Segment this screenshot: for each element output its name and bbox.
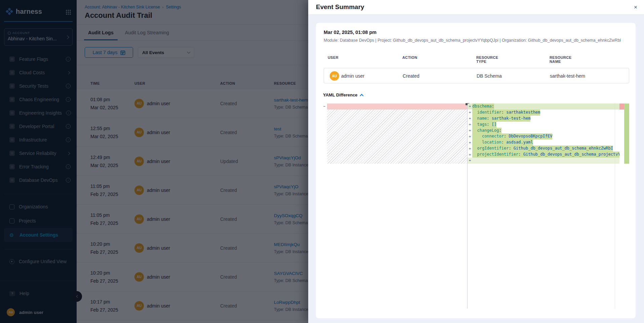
yaml-key: location [482,140,501,145]
diff-removed-line [327,104,467,110]
diff-line: + changeLog: [468,128,619,134]
column-header: ACTION [402,55,417,59]
yaml-key: changeLog [477,128,499,133]
diff-line: + name: sarthak-test-hem [468,116,619,122]
event-summary-drawer: Event Summary × Mar 02, 2025, 01:08 pm M… [308,0,644,323]
diff-code: name: sarthak-test-hem [472,116,530,122]
diff-line: + projectIdentifier: Github_db_devops_au… [468,152,619,158]
diff-line: + connector: DbDevopsoBKpcpIfEV [468,133,619,139]
screen: harness ACCOUNT Abhinav - Kitchen Sin...… [0,0,644,323]
diff-empty-region [327,110,467,164]
diff-line: + orgIdentifier: Github_db_devops_aut_db… [468,146,619,152]
diff-code: tags: [] [472,122,496,128]
event-table-row: AU admin user Created DB Schema sarthak-… [324,68,629,83]
event-resource-name: sarthak-test-hem [550,68,585,84]
diff-line: + [468,158,619,164]
column-header: RESOURCE NAME [550,55,572,64]
diff-code: connector: DbDevopsoBKpcpIfEV [472,133,552,139]
yaml-key: projectIdentifier [477,152,518,157]
plus-sign: + [468,147,472,151]
diff-line: + tags: [] [468,122,619,128]
avatar: AU [330,71,339,81]
plus-sign: + [468,110,472,115]
plus-sign: + [468,116,472,121]
yaml-value: asdsad.yaml [504,140,533,145]
diff-overview-added [624,104,629,164]
plus-sign: + [468,140,472,145]
column-header: RESOURCE TYPE [476,55,498,64]
plus-sign: + [468,128,472,133]
diff-code: changeLog: [472,128,501,134]
event-action: Created [403,68,419,84]
yaml-key: identifier [477,110,501,115]
yaml-value: [] [489,122,497,127]
diff-overview-removed [619,104,624,110]
diff-code: orgIdentifier: Github_db_devops_aut_db_s… [472,146,613,152]
yaml-value: Github_db_devops_aut_db_schema_ehnkcZwRb… [511,146,613,151]
event-meta: Module: Database DevOps | Project: Githu… [324,38,621,43]
yaml-value: sarthak-test-hem [489,116,531,121]
yaml-value: DbDevopsoBKpcpIfEV [506,134,552,138]
diff-code: identifier: sarthaktesthem [472,110,540,116]
yaml-key: name [477,116,487,121]
yaml-key: orgIdentifier [477,146,509,151]
yaml-difference-toggle[interactable]: YAML Difference [323,92,363,97]
chevron-up-icon [360,94,363,97]
plus-sign: + [468,153,472,157]
close-icon[interactable]: × [631,3,640,12]
indent-guide [477,134,477,146]
drawer-header: Event Summary × [308,0,644,15]
column-header: USER [328,55,338,59]
yaml-key: tags [477,122,487,127]
event-user: admin user [341,68,364,84]
plus-sign: + [468,122,472,127]
drawer-title: Event Summary [316,3,364,11]
event-timestamp: Mar 02, 2025, 01:08 pm [324,30,376,35]
yaml-value: sarthaktesthem [504,110,540,115]
yaml-diff-editor: − +dbschema:+ identifier: sarthaktesthem… [322,103,629,309]
yaml-value: Github_db_devops_aut_db_schema_projectvY… [521,152,619,157]
plus-sign: + [468,158,472,163]
event-card: Mar 02, 2025, 01:08 pm Module: Database … [316,23,636,318]
diff-added-lines: +dbschema:+ identifier: sarthaktesthem+ … [468,104,619,164]
diff-code: projectIdentifier: Github_db_devops_aut_… [472,152,619,158]
diff-line: + identifier: sarthaktesthem [468,110,619,116]
event-resource-type: DB Schema [477,68,502,84]
diff-code: dbschema: [472,104,494,110]
plus-sign: + [468,134,472,139]
diff-removed-gutter: − [322,104,326,110]
diff-line: + location: asdsad.yaml [468,139,619,146]
diff-code: location: asdsad.yaml [472,139,533,146]
yaml-difference-label: YAML Difference [323,92,358,97]
yaml-key: dbschema [472,104,492,109]
plus-sign: + [468,104,472,109]
divider [615,103,615,309]
yaml-key: connector [482,134,504,138]
diff-line: +dbschema: [468,104,619,110]
